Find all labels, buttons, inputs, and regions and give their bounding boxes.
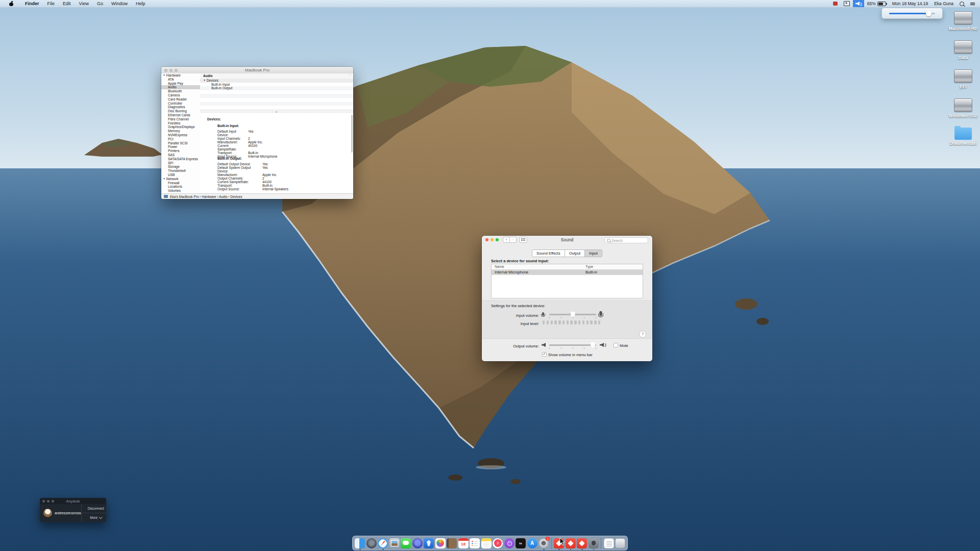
dock-icon-messages[interactable] bbox=[401, 538, 411, 548]
sidebar-item-volumes[interactable]: Volumes bbox=[161, 189, 200, 193]
sidebar-item-card-reader[interactable]: Card Reader bbox=[161, 97, 200, 102]
details-scrollbar[interactable] bbox=[351, 115, 353, 153]
tab-input[interactable]: Input bbox=[585, 249, 602, 257]
sidebar-item-ata[interactable]: ATA bbox=[161, 78, 200, 82]
dock-icon-system-preferences[interactable]: 1 bbox=[538, 538, 549, 548]
tree-row-built-in-input[interactable]: Built-in Input bbox=[200, 83, 353, 87]
dock-icon-siri[interactable] bbox=[412, 538, 423, 548]
sidebar-item-apple-pay[interactable]: Apple Pay bbox=[161, 82, 200, 86]
sidebar-item-pci[interactable]: PCI bbox=[161, 137, 200, 141]
sidebar-item-sata-sata-express[interactable]: SATA/SATA Express bbox=[161, 157, 200, 161]
menu-window[interactable]: Window bbox=[107, 0, 132, 7]
battery-status[interactable]: 65% bbox=[864, 0, 889, 7]
anydesk-titlebar[interactable]: Anydesk bbox=[40, 498, 106, 504]
tab-sound-effects[interactable]: Sound Effects bbox=[532, 249, 565, 257]
search-input[interactable]: Search bbox=[604, 237, 648, 243]
sidebar-item-spi[interactable]: SPI bbox=[161, 161, 200, 165]
sidebar-item-memory[interactable]: Memory bbox=[161, 129, 200, 133]
menu-help[interactable]: Help bbox=[132, 0, 150, 7]
volume-popover-slider[interactable] bbox=[889, 13, 935, 14]
fast-user-switch[interactable]: Eka Guna bbox=[931, 1, 957, 6]
sidebar-item-locations[interactable]: Locations bbox=[161, 185, 200, 189]
mute-checkbox[interactable]: Mute bbox=[614, 343, 628, 348]
desktop-icon-macintosh-hd[interactable]: Macintosh HD bbox=[947, 11, 979, 31]
screen-sharing-menu-icon[interactable] bbox=[841, 0, 853, 7]
tree-row-devices[interactable]: ▼ Devices bbox=[200, 79, 353, 83]
desktop-icon-dokumentasi[interactable]: Dokumentasi bbox=[947, 128, 979, 146]
sidebar-item-parallel-scsi[interactable]: Parallel SCSI bbox=[161, 141, 200, 145]
dock-icon-preview[interactable] bbox=[389, 538, 400, 548]
volume-menu-icon[interactable]: )) bbox=[853, 0, 864, 7]
output-volume-slider[interactable] bbox=[549, 344, 596, 346]
menu-clock[interactable]: Mon 18 May 14.19 bbox=[889, 1, 931, 6]
sound-titlebar[interactable]: Sound ‹ › Search bbox=[482, 236, 652, 243]
disclosure-triangle-icon[interactable]: ▼ bbox=[163, 73, 165, 77]
more-button[interactable]: More bbox=[82, 513, 106, 522]
spotlight-icon[interactable] bbox=[957, 0, 967, 7]
volume-popover-knob[interactable] bbox=[926, 11, 932, 16]
dock-icon-tv[interactable]: tv bbox=[516, 538, 526, 548]
menu-file[interactable]: File bbox=[43, 0, 59, 7]
dock-icon-notes[interactable] bbox=[481, 538, 492, 548]
dock-icon-finder[interactable] bbox=[355, 538, 365, 548]
sidebar-item-usb[interactable]: USB bbox=[161, 173, 200, 177]
dock-icon-anydesk-remote[interactable] bbox=[589, 538, 599, 548]
input-volume-slider[interactable] bbox=[549, 314, 596, 315]
dock-icon-reminders[interactable] bbox=[470, 538, 480, 548]
column-name[interactable]: Name bbox=[492, 264, 585, 269]
table-row-internal-microphone[interactable]: Internal MicrophoneBuilt-in bbox=[492, 270, 643, 275]
sidebar-item-printers[interactable]: Printers bbox=[161, 149, 200, 153]
desktop-icon-efi[interactable]: EFI bbox=[947, 69, 979, 89]
dock-icon-maps[interactable] bbox=[424, 538, 434, 548]
sidebar-item-network[interactable]: ▼ Network bbox=[161, 177, 200, 181]
dock-icon-safari[interactable] bbox=[378, 538, 388, 548]
dock-icon-calendar[interactable]: 18 bbox=[458, 538, 469, 548]
dock-icon-documents[interactable] bbox=[604, 538, 614, 548]
menu-view[interactable]: View bbox=[75, 0, 93, 7]
sidebar-item-audio[interactable]: Audio bbox=[161, 85, 200, 89]
desktop-icon-windows-ssd[interactable]: Windows-SSD bbox=[947, 98, 979, 118]
menu-finder[interactable]: Finder bbox=[21, 0, 43, 7]
sidebar-item-sas[interactable]: SAS bbox=[161, 153, 200, 157]
sidebar-item-firewire[interactable]: FireWire bbox=[161, 121, 200, 126]
sidebar-item-diagnostics[interactable]: Diagnostics bbox=[161, 105, 200, 109]
sidebar-item-controller[interactable]: Controller bbox=[161, 102, 200, 106]
sidebar-item-thunderbolt[interactable]: Thunderbolt bbox=[161, 169, 200, 173]
dock-icon-app-store[interactable]: A bbox=[527, 538, 537, 548]
dock-icon-anydesk-3[interactable] bbox=[577, 538, 587, 548]
dock-icon-anydesk-2[interactable] bbox=[566, 538, 576, 548]
apple-menu[interactable] bbox=[0, 0, 21, 7]
anydesk-menu-icon[interactable] bbox=[830, 0, 841, 7]
notification-center-icon[interactable] bbox=[967, 0, 980, 7]
disclosure-triangle-icon[interactable]: ▼ bbox=[203, 79, 206, 82]
disclosure-triangle-icon[interactable]: ▼ bbox=[163, 177, 165, 180]
sidebar-item-firewall[interactable]: Firewall bbox=[161, 181, 200, 185]
sidebar-item-storage[interactable]: Storage bbox=[161, 165, 200, 169]
sidebar-item-bluetooth[interactable]: Bluetooth bbox=[161, 89, 200, 93]
help-button[interactable]: ? bbox=[639, 331, 646, 338]
tab-output[interactable]: Output bbox=[565, 249, 585, 257]
menu-go[interactable]: Go bbox=[93, 0, 107, 7]
dock-icon-contacts[interactable] bbox=[447, 538, 457, 548]
sidebar-item-hardware[interactable]: ▼ Hardware bbox=[161, 73, 200, 78]
menu-edit[interactable]: Edit bbox=[59, 0, 75, 7]
dock-icon-music[interactable] bbox=[493, 538, 503, 548]
sidebar-item-nvmexpress[interactable]: NVMExpress bbox=[161, 133, 200, 137]
dock-icon-trash[interactable] bbox=[615, 538, 625, 548]
disconnect-button[interactable]: Disconnect bbox=[82, 504, 106, 513]
dock-icon-photos[interactable] bbox=[435, 538, 446, 548]
sidebar-item-disc-burning[interactable]: Disc Burning bbox=[161, 109, 200, 113]
sidebar-item-graphics-displays[interactable]: Graphics/Displays bbox=[161, 125, 200, 129]
sidebar-item-power[interactable]: Power bbox=[161, 145, 200, 149]
sidebar-item-ethernet-cards[interactable]: Ethernet Cards bbox=[161, 113, 200, 117]
sidebar-item-fibre-channel[interactable]: Fibre Channel bbox=[161, 117, 200, 121]
sidebar-item-camera[interactable]: Camera bbox=[161, 93, 200, 97]
column-type[interactable]: Type bbox=[585, 264, 643, 269]
sysinfo-titlebar[interactable]: MacBook Pro bbox=[161, 67, 353, 74]
dock-icon-launchpad[interactable] bbox=[366, 538, 377, 548]
desktop-icon-data[interactable]: Data bbox=[947, 40, 979, 60]
tree-row-built-in-output[interactable]: Built-in Output bbox=[200, 86, 353, 90]
dock-icon-podcasts[interactable] bbox=[504, 538, 514, 548]
show-volume-checkbox[interactable]: Show volume in menu bar bbox=[542, 352, 593, 357]
show-all-button[interactable] bbox=[519, 237, 527, 243]
